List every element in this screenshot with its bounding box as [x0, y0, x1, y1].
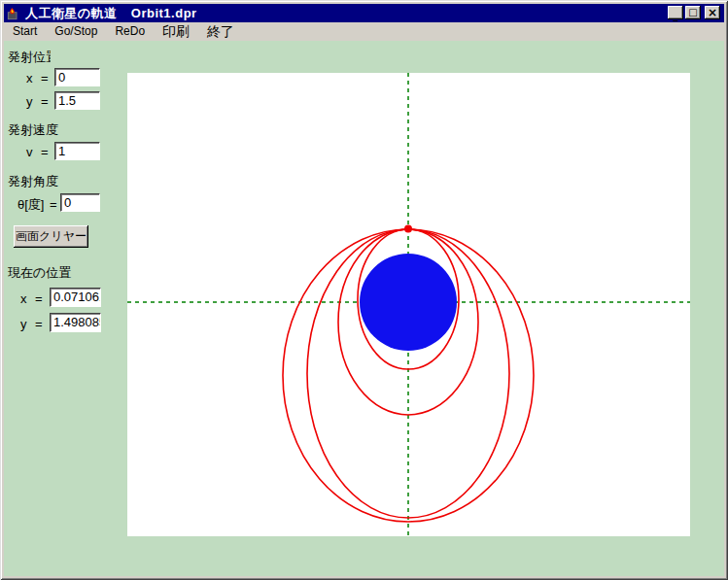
launch-v-input[interactable]: 1 — [54, 142, 100, 160]
menu-item-gostop[interactable]: Go/Stop — [46, 22, 106, 41]
launch-v-label: v = — [26, 145, 49, 159]
window-title-filename: Orbit1.dpr — [131, 6, 197, 20]
app-icon — [7, 7, 20, 20]
launch-angle-heading: 発射角度 — [8, 173, 58, 190]
orbit-plot — [127, 73, 690, 536]
launch-x-label: x = — [26, 71, 49, 85]
app-window: 人工衛星の軌道 Orbit1.dpr _ □ × Start Go/Stop R… — [0, 0, 728, 580]
title-bar[interactable]: 人工衛星の軌道 Orbit1.dpr _ □ × — [4, 4, 724, 22]
menu-bar: Start Go/Stop ReDo 印刷 終了 — [4, 22, 724, 41]
menu-item-print[interactable]: 印刷 — [154, 22, 198, 41]
close-button[interactable]: × — [705, 6, 720, 19]
planet-circle — [360, 254, 457, 351]
launch-position-heading: 発射位置 — [8, 49, 51, 66]
maximize-button[interactable]: □ — [685, 6, 701, 19]
screen-clear-button[interactable]: 画面クリヤー — [14, 225, 88, 248]
current-x-value[interactable]: 0.071061 — [50, 288, 101, 307]
satellite-marker — [404, 225, 412, 233]
current-y-value[interactable]: 1.498085 — [50, 313, 101, 332]
launch-angle-input[interactable]: 0 — [60, 193, 100, 212]
launch-y-input[interactable]: 1.5 — [54, 91, 100, 110]
launch-angle-label: θ[度] = — [17, 196, 57, 214]
current-position-heading: 現在の位置 — [8, 264, 71, 282]
launch-speed-heading: 発射速度 — [8, 121, 58, 139]
launch-x-input[interactable]: 0 — [54, 68, 100, 86]
plot-canvas — [127, 73, 690, 536]
current-y-label: y = — [20, 317, 43, 331]
current-x-label: x = — [20, 291, 43, 306]
menu-item-start[interactable]: Start — [4, 22, 46, 41]
launch-y-label: y = — [26, 94, 49, 109]
menu-item-redo[interactable]: ReDo — [106, 22, 154, 41]
window-title: 人工衛星の軌道 — [25, 5, 118, 22]
menu-item-exit[interactable]: 終了 — [198, 22, 243, 41]
minimize-button[interactable]: _ — [668, 6, 683, 19]
